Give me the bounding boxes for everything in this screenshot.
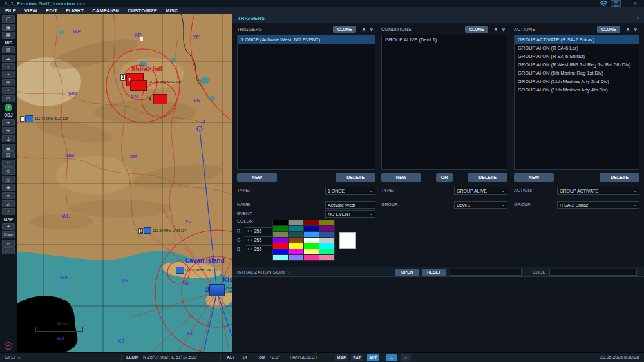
reset-button[interactable]: RESET [422,269,446,276]
map-view-button[interactable]: MAP [335,354,348,361]
list-item[interactable]: GROUP AI ON (11th Marines Arty 4th Div) [515,86,639,94]
map-canvas[interactable]: WPXPYPWNXNYNWMXMWLYLWKXKYKWJXJYJ Shiraz … [17,14,232,352]
clone-action-button[interactable]: CLONE [597,26,620,33]
ruler-tool-icon[interactable]: ↔ [386,354,397,361]
palette-swatch[interactable] [273,249,288,254]
red-unit-sam-site-2[interactable] [130,80,147,91]
trigger-zone-icon[interactable]: ⊙ [2,167,15,175]
draw-button[interactable]: Draw [2,231,15,238]
menu-edit[interactable]: EDIT [46,8,57,14]
bushehr-airport-icon[interactable] [25,115,33,122]
palette-swatch[interactable] [289,220,303,225]
new-button[interactable]: NEW [381,173,421,182]
palette-swatch[interactable] [273,220,288,225]
palette-swatch[interactable] [304,243,319,249]
bullseye-icon[interactable]: ◎ [2,176,15,183]
helicopter-icon[interactable]: ✣ [2,127,15,134]
palette-swatch[interactable] [304,220,319,225]
shapes-icon[interactable]: ◭ [2,200,15,207]
input-name[interactable]: Activate West [325,201,375,209]
palette-swatch[interactable] [304,238,319,243]
key-icon[interactable]: ✦ [2,223,15,230]
palette-swatch[interactable] [273,243,288,249]
profile-selector[interactable]: DFLT ⌄ [5,355,21,360]
menu-misc[interactable]: MISC [166,8,178,14]
window-close-icon[interactable]: × [634,0,637,6]
delete-object-icon[interactable]: ✗ [2,208,15,215]
new-mission-icon[interactable]: ▢ [2,15,15,23]
open-mission-icon[interactable]: ▣ [2,24,15,31]
clone-condition-button[interactable]: CLONE [465,26,488,33]
list-item[interactable]: GROUP AI ON (R SA-6 Shiraz) [515,52,639,61]
palette-swatch[interactable] [319,226,334,231]
list-item[interactable]: GROUP AI ON (11th Marines Arty 2nd Div) [515,77,639,86]
palette-swatch[interactable] [319,232,334,237]
goals-icon[interactable]: ✓ [2,87,15,94]
vehicle-icon[interactable]: ▄ [2,144,15,151]
palette-swatch[interactable] [304,255,319,260]
palette-swatch[interactable] [304,226,319,231]
list-item[interactable]: 1 ONCE (Activate West, NO EVENT) [238,35,375,44]
delete-button[interactable]: DELETE [468,173,507,182]
menu-view[interactable]: VIEW [24,8,37,14]
antenna-icon[interactable] [611,0,621,7]
save-mission-icon[interactable]: ▦ [2,32,15,39]
spawn-icon[interactable]: ↑ [5,104,12,111]
panel-close-icon[interactable]: × [636,15,639,21]
alt-view-button[interactable]: ALT [367,354,379,361]
palette-swatch[interactable] [289,255,303,260]
palette-swatch[interactable] [289,238,303,243]
init-script-input[interactable] [450,269,522,276]
static-object-icon[interactable]: ⊡ [2,151,15,158]
menu-customize[interactable]: CUSTOMIZE [128,8,157,14]
ship-icon[interactable]: ⚓ [2,135,15,142]
move-up-icon[interactable]: ∧ [492,26,500,33]
menu-campaign[interactable]: CAMPAIGN [92,8,119,14]
gate-icon[interactable]: ⌖ [2,71,15,78]
red-unit-group[interactable]: 1 [153,94,167,104]
routes-icon[interactable]: ≈ [2,63,15,70]
palette-swatch[interactable] [319,243,334,249]
new-button[interactable]: NEW [514,173,554,182]
list-item[interactable]: GROUP ACTIVATE (R SA-2 Shiraz) [515,35,639,44]
palette-swatch[interactable] [319,255,334,260]
list-item[interactable]: GROUP AI ON (5th Marine Reg 1st Div) [515,69,639,77]
palette-swatch[interactable] [289,249,303,254]
dropdown-group[interactable]: R SA-2 Shiraz⌄ [557,201,639,209]
id-icon[interactable]: ⊜ [2,192,15,199]
dropdown-type[interactable]: GROUP ALIVE⌄ [454,187,507,195]
dropdown-event[interactable]: NO EVENT⌄ [325,210,375,218]
lamerd-airport-icon[interactable] [144,227,151,234]
measure-icon[interactable]: ↔ [2,240,15,247]
kish-unit-icon[interactable] [209,284,225,296]
menu-file[interactable]: FILE [5,8,16,14]
move-down-icon[interactable]: ∨ [368,26,375,33]
palette-swatch[interactable] [273,255,288,260]
palette-swatch[interactable] [289,226,303,231]
airplane-icon[interactable]: ✈ [2,119,15,126]
coord-format-label[interactable]: LLDM [126,355,138,359]
move-down-icon[interactable]: ∨ [500,26,507,33]
list-item[interactable]: GROUP ALIVE (Devil 1) [382,35,507,44]
delete-button[interactable]: DELETE [336,173,375,182]
rect-icon[interactable]: ▭ [2,247,15,254]
briefing-icon[interactable]: ▥ [2,46,15,53]
new-button[interactable]: NEW [237,173,277,182]
palette-swatch[interactable] [289,243,303,249]
move-up-icon[interactable]: ∧ [360,26,368,33]
palette-swatch[interactable] [273,238,288,243]
or-button[interactable]: OR [436,173,453,182]
palette-swatch[interactable] [289,232,303,237]
exit-button[interactable]: ⊖ [5,342,12,350]
farp-icon[interactable]: ∷ [2,160,15,167]
marker-icon[interactable]: ◉ [2,184,15,191]
palette-swatch[interactable] [319,238,334,243]
dropdown-group[interactable]: Devil 1⌄ [454,201,507,209]
code-input[interactable] [549,269,637,276]
open-button[interactable]: OPEN [395,269,419,276]
move-down-icon[interactable]: ∨ [632,26,639,33]
sat-view-button[interactable]: SAT [351,354,363,361]
clock-icon[interactable]: ○ [401,354,411,361]
clone-trigger-button[interactable]: CLONE [333,26,356,33]
palette-swatch[interactable] [319,249,334,254]
